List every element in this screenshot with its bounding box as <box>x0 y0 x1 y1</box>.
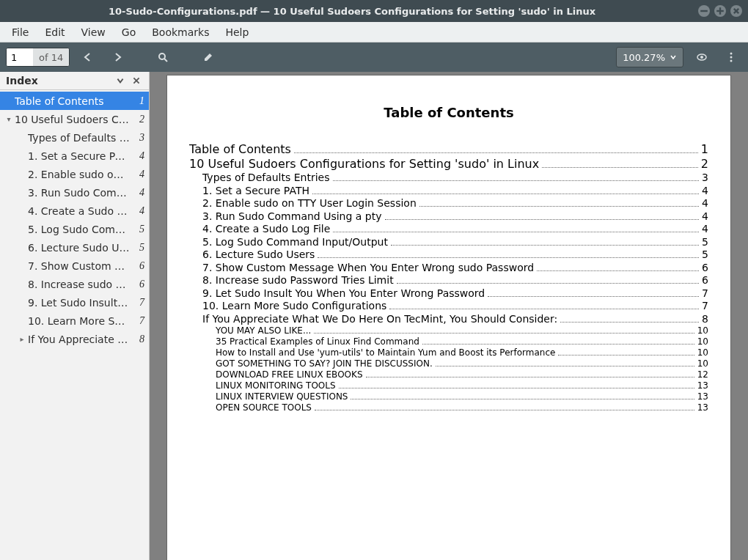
toc-text: OPEN SOURCE TOOLS <box>216 402 312 413</box>
svg-point-8 <box>700 56 703 59</box>
toc-leader <box>294 152 698 153</box>
toc-line[interactable]: YOU MAY ALSO LIKE...10 <box>189 325 708 336</box>
toc-text: 6. Lecture Sudo Users <box>202 248 315 262</box>
next-page-button[interactable] <box>106 46 128 68</box>
outline-item[interactable]: ▾10 Useful Sudoers C…2 <box>0 110 149 128</box>
toc-page: 10 <box>697 325 708 336</box>
outline-item[interactable]: 9. Let Sudo Insult …7 <box>0 293 149 312</box>
expander-icon[interactable]: ▸ <box>16 335 28 343</box>
outline-label: 10. Learn More Su… <box>28 315 130 327</box>
outline-page: 7 <box>130 297 144 309</box>
toc-leader <box>351 399 694 399</box>
toc-line[interactable]: DOWNLOAD FREE LINUX EBOOKS12 <box>189 369 708 380</box>
menu-edit[interactable]: Edit <box>37 23 72 41</box>
toc-text: 35 Practical Examples of Linux Find Comm… <box>216 336 419 347</box>
outline-tree[interactable]: Table of Contents1▾10 Useful Sudoers C…2… <box>0 90 149 560</box>
expander-icon[interactable]: ▾ <box>3 115 15 123</box>
toc-leader <box>318 257 699 258</box>
prev-page-button[interactable] <box>77 46 99 68</box>
toc-line[interactable]: 6. Lecture Sudo Users5 <box>189 248 708 262</box>
minimize-button[interactable] <box>698 5 710 17</box>
annotate-button[interactable] <box>197 46 219 68</box>
toc-text: LINUX INTERVIEW QUESTIONS <box>216 391 348 402</box>
toc-line[interactable]: 7. Show Custom Message When You Enter Wr… <box>189 262 708 275</box>
search-button[interactable] <box>152 46 174 68</box>
page-view[interactable]: Table of Contents Table of Contents110 U… <box>150 72 748 560</box>
zoom-value: 100.27% <box>623 52 665 63</box>
toc-leader <box>422 344 694 345</box>
outline-item[interactable]: 5. Log Sudo Com…5 <box>0 220 149 238</box>
toc-line[interactable]: 1. Set a Secure PATH4 <box>189 185 708 198</box>
toc-page: 10 <box>697 336 708 347</box>
outline-label: 5. Log Sudo Com… <box>28 224 130 235</box>
toc-line[interactable]: 5. Log Sudo Command Input/Output5 <box>189 236 708 249</box>
window-controls <box>698 5 742 17</box>
sidebar-header: Index <box>0 72 149 90</box>
toc-page: 13 <box>697 380 708 391</box>
toc-line[interactable]: Types of Defaults Entries3 <box>189 172 708 185</box>
outline-item[interactable]: 3. Run Sudo Com…4 <box>0 183 149 202</box>
toc-page: 7 <box>702 287 708 301</box>
menu-button[interactable] <box>720 46 742 68</box>
toc-text: Table of Contents <box>189 142 291 157</box>
sidebar-close[interactable] <box>130 74 143 87</box>
toc-page: 5 <box>702 248 708 262</box>
outline-item[interactable]: Types of Defaults …3 <box>0 128 149 147</box>
outline-item[interactable]: 7. Show Custom …6 <box>0 257 149 275</box>
window-titlebar: 10-Sudo-Configurations.pdf — 10 Useful S… <box>0 0 748 22</box>
outline-item[interactable]: 2. Enable sudo on …4 <box>0 165 149 183</box>
outline-item[interactable]: Table of Contents1 <box>0 92 149 110</box>
toc-line[interactable]: Table of Contents1 <box>189 142 708 157</box>
maximize-button[interactable] <box>714 5 726 17</box>
outline-page: 7 <box>130 315 144 327</box>
tool-bar: of 14 100.27% <box>0 43 748 72</box>
toc-line[interactable]: 9. Let Sudo Insult You When You Enter Wr… <box>189 287 708 301</box>
menu-go[interactable]: Go <box>114 23 143 41</box>
toc-page: 10 <box>697 358 708 369</box>
toc-line[interactable]: 35 Practical Examples of Linux Find Comm… <box>189 336 708 347</box>
toc-line[interactable]: OPEN SOURCE TOOLS13 <box>189 402 708 413</box>
svg-point-5 <box>159 54 165 59</box>
toc-line[interactable]: 8. Increase sudo Password Tries Limit6 <box>189 274 708 287</box>
page-number-box: of 14 <box>6 48 70 67</box>
toc-line[interactable]: 3. Run Sudo Command Using a pty4 <box>189 210 708 224</box>
outline-label: 10 Useful Sudoers C… <box>15 114 130 125</box>
svg-point-10 <box>730 56 733 59</box>
menu-file[interactable]: File <box>4 23 36 41</box>
outline-label: 8. Increase sudo P… <box>28 279 130 290</box>
outline-item[interactable]: 6. Lecture Sudo U…5 <box>0 238 149 257</box>
sidebar-dropdown[interactable] <box>114 74 127 87</box>
page-input[interactable] <box>7 48 33 66</box>
toc-page: 8 <box>702 313 708 326</box>
close-button[interactable] <box>730 5 742 17</box>
toc-line[interactable]: How to Install and Use 'yum-utils' to Ma… <box>189 347 708 358</box>
toc-page: 4 <box>702 210 708 224</box>
menu-view[interactable]: View <box>74 23 113 41</box>
view-mode-button[interactable] <box>691 46 713 68</box>
toc-line[interactable]: If You Appreciate What We Do Here On Tec… <box>189 313 708 326</box>
toc-page: 12 <box>697 369 708 380</box>
toc-line[interactable]: 2. Enable sudo on TTY User Login Session… <box>189 197 708 210</box>
outline-item[interactable]: 4. Create a Sudo L…4 <box>0 202 149 220</box>
menu-bookmarks[interactable]: Bookmarks <box>144 23 216 41</box>
toc-line[interactable]: 4. Create a Sudo Log File4 <box>189 223 708 236</box>
outline-item[interactable]: 10. Learn More Su…7 <box>0 312 149 330</box>
toc-line[interactable]: GOT SOMETHING TO SAY? JOIN THE DISCUSSIO… <box>189 358 708 369</box>
toc-heading: Table of Contents <box>189 105 708 120</box>
toc-text: GOT SOMETHING TO SAY? JOIN THE DISCUSSIO… <box>216 358 433 369</box>
toc-page: 4 <box>702 197 708 210</box>
outline-label: Table of Contents <box>15 95 130 107</box>
zoom-control[interactable]: 100.27% <box>616 47 683 67</box>
toc-line[interactable]: LINUX MONITORING TOOLS13 <box>189 380 708 391</box>
toc-line[interactable]: LINUX INTERVIEW QUESTIONS13 <box>189 391 708 402</box>
toc-line[interactable]: 10. Learn More Sudo Configurations7 <box>189 300 708 313</box>
toc-line[interactable]: 10 Useful Sudoers Configurations for Set… <box>189 157 708 172</box>
menu-help[interactable]: Help <box>218 23 256 41</box>
outline-item[interactable]: 8. Increase sudo P…6 <box>0 275 149 293</box>
toc-text: 1. Set a Secure PATH <box>202 185 309 198</box>
toc-text: 7. Show Custom Message When You Enter Wr… <box>202 262 534 275</box>
toc-page: 6 <box>702 262 708 275</box>
toc-leader <box>436 366 694 366</box>
outline-item[interactable]: 1. Set a Secure PA…4 <box>0 147 149 165</box>
outline-item[interactable]: ▸If You Appreciate …8 <box>0 330 149 348</box>
